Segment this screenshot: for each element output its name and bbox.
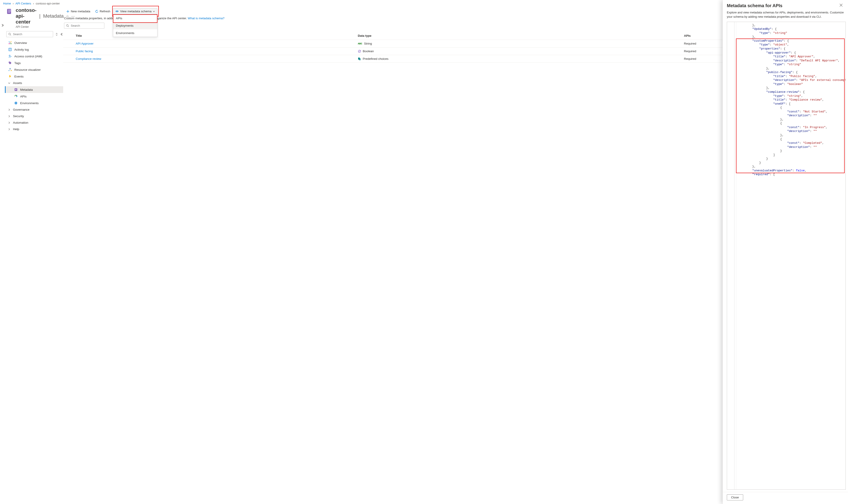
chevron-right-icon bbox=[8, 115, 11, 118]
row-title-link[interactable]: API Approver bbox=[76, 42, 94, 45]
schema-code-viewer[interactable]: }, "UpdatedBy": { "type": "string" }, "c… bbox=[727, 22, 846, 490]
nav-events[interactable]: Events bbox=[5, 73, 63, 80]
chevron-down-icon bbox=[153, 10, 155, 13]
chevron-right-icon bbox=[8, 109, 11, 111]
activity-log-icon bbox=[8, 48, 12, 51]
svg-rect-38 bbox=[359, 58, 361, 60]
nav-tags[interactable]: Tags bbox=[5, 59, 63, 66]
nav-overview[interactable]: Overview bbox=[5, 39, 63, 46]
schema-menu-apis[interactable]: APIs bbox=[113, 15, 157, 22]
sort-icon[interactable] bbox=[55, 33, 58, 36]
plus-icon bbox=[66, 10, 69, 13]
svg-point-33 bbox=[67, 25, 68, 26]
nav-item-label: Tags bbox=[14, 61, 21, 65]
nav-group-automation[interactable]: Automation bbox=[5, 120, 63, 126]
svg-rect-2 bbox=[8, 11, 12, 12]
svg-point-17 bbox=[11, 56, 12, 57]
breadcrumb-current: contoso-api-center bbox=[36, 2, 60, 5]
schema-flyout: Metadata schema for APIs Explore and vie… bbox=[723, 0, 848, 504]
nav-group-label: Governance bbox=[13, 108, 30, 111]
iam-icon bbox=[8, 54, 12, 58]
close-icon[interactable] bbox=[838, 3, 844, 7]
flyout-title: Metadata schema for APIs bbox=[727, 3, 782, 8]
nav-group-assets[interactable]: Assets bbox=[5, 80, 63, 86]
content-search[interactable] bbox=[64, 23, 104, 29]
breadcrumb-separator: › bbox=[33, 2, 34, 5]
nav-apis[interactable]: APIs bbox=[5, 93, 63, 100]
close-button[interactable]: Close bbox=[727, 494, 743, 500]
content-search-input[interactable] bbox=[70, 24, 109, 28]
search-icon bbox=[66, 24, 69, 27]
view-schema-label: View metadata schema bbox=[120, 10, 151, 13]
svg-point-4 bbox=[9, 33, 11, 35]
breadcrumb-home[interactable]: Home bbox=[3, 2, 11, 5]
nav-metadata[interactable]: Metadata bbox=[5, 86, 63, 93]
environments-icon bbox=[14, 101, 18, 105]
nav-group-governance[interactable]: Governance bbox=[5, 106, 63, 113]
view-schema-menu: APIs Deployments Environments bbox=[113, 14, 158, 37]
refresh-label: Refresh bbox=[100, 10, 110, 13]
svg-line-36 bbox=[359, 50, 360, 52]
nav-item-label: Metadata bbox=[20, 88, 33, 91]
metadata-schema-link[interactable]: What is metadata schema? bbox=[188, 17, 224, 20]
nav-item-label: Overview bbox=[14, 41, 27, 44]
tags-icon bbox=[8, 61, 12, 65]
flyout-description: Explore and view metadata schemas for AP… bbox=[723, 11, 848, 22]
events-icon bbox=[8, 75, 12, 78]
nav-item-label: APIs bbox=[20, 95, 26, 98]
svg-rect-25 bbox=[15, 89, 17, 89]
nav-tree: Overview Activity log Access control (IA… bbox=[5, 39, 63, 137]
nav-group-label: Assets bbox=[13, 81, 22, 85]
chevron-right-icon bbox=[8, 128, 11, 130]
apis-icon bbox=[14, 94, 18, 98]
nav-group-label: Automation bbox=[13, 121, 28, 124]
breadcrumb-api-centers[interactable]: API Centers bbox=[16, 2, 31, 5]
svg-line-5 bbox=[10, 35, 11, 35]
search-icon bbox=[8, 33, 11, 36]
row-title-link[interactable]: Public facing bbox=[76, 50, 93, 53]
svg-rect-26 bbox=[15, 90, 16, 90]
nav-activity-log[interactable]: Activity log bbox=[5, 46, 63, 53]
schema-menu-deployments[interactable]: Deployments bbox=[113, 22, 157, 29]
row-datatype: String bbox=[364, 42, 372, 45]
metadata-icon bbox=[14, 88, 18, 91]
breadcrumb: Home › API Centers › contoso-api-center bbox=[0, 0, 848, 6]
svg-line-23 bbox=[10, 69, 11, 71]
new-metadata-button[interactable]: New metadata bbox=[64, 8, 92, 14]
nav-search-input[interactable] bbox=[13, 32, 51, 36]
svg-line-34 bbox=[68, 26, 69, 27]
string-type-icon: ABC bbox=[358, 42, 362, 45]
visualizer-icon bbox=[8, 68, 12, 71]
resource-icon bbox=[6, 7, 13, 16]
nav-group-label: Security bbox=[13, 114, 24, 118]
eye-icon bbox=[115, 10, 119, 13]
col-datatype[interactable]: Data type bbox=[354, 32, 681, 40]
chevron-down-icon bbox=[8, 82, 11, 84]
refresh-icon bbox=[95, 10, 98, 13]
view-schema-dropdown[interactable]: View metadata schema bbox=[113, 8, 158, 14]
nav-item-label: Resource visualizer bbox=[14, 68, 41, 71]
resource-title: contoso-api-center bbox=[16, 7, 37, 25]
expand-sidebar-icon[interactable] bbox=[0, 6, 5, 504]
nav-access-control[interactable]: Access control (IAM) bbox=[5, 53, 63, 59]
row-datatype: Predefined choices bbox=[363, 57, 389, 60]
breadcrumb-separator: › bbox=[13, 2, 14, 5]
svg-line-22 bbox=[9, 69, 10, 71]
nav-group-help[interactable]: Help bbox=[5, 126, 63, 132]
row-datatype: Boolean bbox=[363, 50, 374, 53]
nav-group-security[interactable]: Security bbox=[5, 113, 63, 120]
svg-point-18 bbox=[9, 62, 10, 62]
schema-code: }, "UpdatedBy": { "type": "string" }, "c… bbox=[727, 23, 846, 177]
row-title-link[interactable]: Compliance review bbox=[76, 57, 101, 60]
nav-item-label: Access control (IAM) bbox=[14, 55, 42, 58]
svg-point-32 bbox=[117, 11, 118, 12]
nav-item-label: Activity log bbox=[14, 48, 29, 51]
nav-search[interactable] bbox=[6, 31, 53, 37]
boolean-type-icon bbox=[358, 50, 361, 53]
nav-resource-visualizer[interactable]: Resource visualizer bbox=[5, 66, 63, 73]
refresh-button[interactable]: Refresh bbox=[93, 8, 112, 14]
nav-environments-item[interactable]: Environments bbox=[5, 100, 63, 106]
new-metadata-label: New metadata bbox=[71, 10, 90, 13]
svg-rect-3 bbox=[8, 12, 10, 13]
schema-menu-environments[interactable]: Environments bbox=[113, 29, 157, 37]
